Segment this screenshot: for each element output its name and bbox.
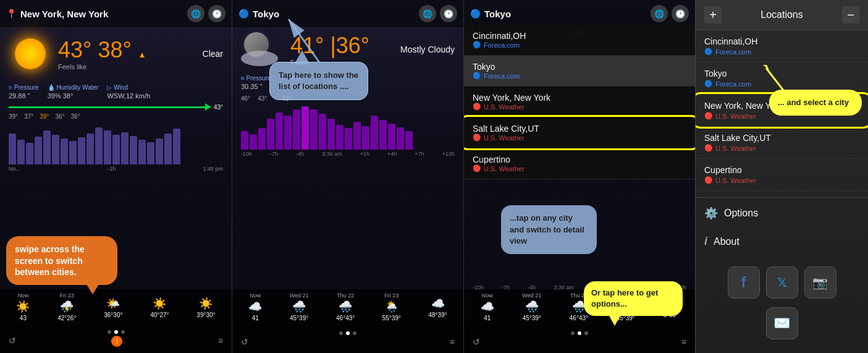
bar <box>95 127 103 164</box>
globe-icon[interactable]: 🌐 <box>187 5 204 22</box>
select-city-bubble: ... and select a city <box>769 90 862 116</box>
facebook-icon: f <box>741 274 746 291</box>
bar <box>78 137 85 164</box>
dot-1 <box>107 330 111 334</box>
loc-cupertino[interactable]: Cupertino 🔴 U.S. Weather <box>464 148 695 179</box>
p3-refresh-icon[interactable]: ↺ <box>473 337 480 347</box>
p3-menu-icon[interactable]: ≡ <box>681 337 686 347</box>
select-city-text: ... and select a city <box>778 98 849 107</box>
humidity-label: 💧 Humidity Water <box>48 84 99 91</box>
loc-cincinnati[interactable]: Cincinnati,OH 🔵 Foreca.com <box>464 25 695 56</box>
add-location-button[interactable]: + <box>704 6 722 23</box>
p2-time-axis: -10h-7h-4h3:36 am+1h+4h+7h+10h <box>232 150 463 158</box>
bar <box>9 134 16 164</box>
temp-current: 43° <box>58 37 91 62</box>
instagram-icon: 📷 <box>812 275 828 290</box>
clock-icon[interactable]: 🕐 <box>208 5 225 22</box>
p4-city-cupertino: Cupertino <box>704 165 859 175</box>
loc-city-cupertino: Cupertino <box>473 155 686 164</box>
forecast-day-3: ☀️ 40°27° <box>150 296 169 318</box>
panel4-title: Locations <box>722 9 842 20</box>
globe-icon-2[interactable]: 🌐 <box>419 5 436 22</box>
loc-source-saltlake: 🔴 U.S. Weather <box>473 134 686 142</box>
about-menu-item[interactable]: i About <box>696 229 868 254</box>
p2-refresh-icon[interactable]: ↺ <box>241 337 248 347</box>
locations-dropdown: Cincinnati,OH 🔵 Foreca.com Tokyo 🔵 Forec… <box>464 25 695 179</box>
p2-pressure-value: 30.35 " <box>241 83 271 90</box>
bar <box>164 134 172 164</box>
twitter-button[interactable]: 𝕏 <box>766 266 798 299</box>
time-axis: No...-1h1:45 pm <box>9 166 223 172</box>
p2-condition: Mostly Cloudy <box>400 45 455 54</box>
city-icon-red: 📍 <box>6 9 17 19</box>
bar <box>35 137 42 164</box>
or-tap-bubble: Or tap here to get options... <box>584 281 683 316</box>
dot-3 <box>121 330 125 334</box>
p2-chart <box>232 103 463 150</box>
bar <box>17 140 25 164</box>
p4-source-saltlake: 🔴 U.S. Weather <box>704 144 859 152</box>
sun-weather-icon <box>9 32 52 75</box>
temp-label-43: 43° <box>214 104 223 111</box>
wind-value: WSW,12 km/h <box>107 92 150 100</box>
green-temperature-arrow: 43° <box>9 103 223 111</box>
loc-source-cincinnati: 🔵 Foreca.com <box>473 41 686 49</box>
forecast-day-2: 🌤️ 36°30° <box>104 296 122 318</box>
remove-location-button[interactable]: − <box>842 6 859 23</box>
options-label: Options <box>724 208 758 219</box>
options-menu-item[interactable]: ⚙️ Options <box>696 197 868 229</box>
page-dots <box>107 330 125 334</box>
p2-pressure-label: ≡ Pressure <box>241 75 271 82</box>
forecast-strip: Now ☀️ 43 Fri 23 ⛈️ 42°26° 🌤️ 36°30° ☀️ … <box>0 289 232 325</box>
email-button[interactable]: ✉️ <box>766 307 798 339</box>
p2-forecast-strip: Now☁️41 Wed 21🌧️45°39° Thu 22🌧️46°43° Fr… <box>232 289 463 325</box>
loc-source-tokyo: 🔵 Foreca.com <box>473 72 686 80</box>
panel3-header: 🔵 Tokyo 🌐 🕐 <box>464 0 695 27</box>
feels-like-label: Feels like <box>58 63 146 70</box>
p2-menu-icon[interactable]: ≡ <box>450 337 455 347</box>
info-icon: i <box>704 235 707 248</box>
panel4-header: + Locations − <box>696 0 868 30</box>
p3-city-icon: 🔵 <box>470 9 481 19</box>
panel2-city-name: Tokyo <box>253 9 419 19</box>
p2-pressure-stat: ≡ Pressure 30.35 " <box>241 75 271 90</box>
swipe-bubble-text: swipe across the screen to switch betwee… <box>15 244 85 276</box>
weather-condition: Clear <box>203 49 223 59</box>
p4-item-cupertino[interactable]: Cupertino 🔴 U.S. Weather <box>696 159 868 191</box>
p3-bottom-nav: ↺ ≡ <box>464 325 695 353</box>
menu-icon[interactable]: ≡ <box>218 336 223 348</box>
bar <box>26 143 33 164</box>
bar <box>52 135 59 164</box>
loc-city-newyork: New York, New York <box>473 93 686 103</box>
warning-icon: ! <box>111 336 122 347</box>
or-tap-text: Or tap here to get options... <box>591 288 658 308</box>
chart-bars <box>9 121 223 164</box>
swipe-bubble: swipe across the screen to switch betwee… <box>6 236 117 285</box>
loc-tokyo[interactable]: Tokyo 🔵 Foreca.com <box>464 56 695 87</box>
p4-item-cincinnati[interactable]: Cincinnati,OH 🔵 Foreca.com <box>696 30 868 62</box>
p4-item-saltlake[interactable]: Salt Lake City,UT 🔴 U.S. Weather <box>696 127 868 159</box>
fc-day-label: Now <box>17 292 28 299</box>
pressure-value: 29.88 " <box>9 92 39 100</box>
loc-saltlake[interactable]: Salt Lake City,UT 🔴 U.S. Weather <box>464 117 695 148</box>
bar <box>121 132 129 164</box>
wind-label: ▷ Wind <box>107 84 150 91</box>
clock-icon-2[interactable]: 🕐 <box>440 5 457 22</box>
twitter-icon: 𝕏 <box>777 275 787 290</box>
loc-newyork[interactable]: New York, New York 🔴 U.S. Weather <box>464 87 695 117</box>
bar <box>138 140 146 164</box>
panel3-header-icons: 🌐 🕐 <box>651 5 689 22</box>
social-buttons-row: f 𝕏 📷 <box>696 254 868 305</box>
temp-arrow: ▲ <box>138 49 146 59</box>
globe-icon-3[interactable]: 🌐 <box>651 5 668 22</box>
clock-icon-3[interactable]: 🕐 <box>672 5 689 22</box>
bar <box>147 142 154 164</box>
refresh-icon[interactable]: ↺ <box>9 336 16 348</box>
facebook-button[interactable]: f <box>728 266 760 299</box>
panel2-header: 🔵 Tokyo 🌐 🕐 <box>232 0 463 27</box>
bar <box>61 138 68 164</box>
temp-row-labels: 39°37°39°36°36° <box>9 113 223 120</box>
panel-new-york: 📍 New York, New York 🌐 🕐 43° 38° ▲ Feels… <box>0 0 232 353</box>
loc-city-cincinnati: Cincinnati,OH <box>473 31 686 41</box>
instagram-button[interactable]: 📷 <box>804 266 836 299</box>
